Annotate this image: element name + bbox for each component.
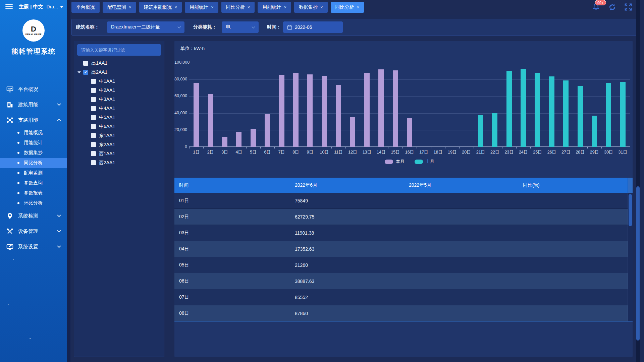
table-cell (404, 257, 518, 273)
table-scrollbar[interactable] (628, 178, 633, 321)
tree-node-东2AA1[interactable]: 东2AA1 (74, 140, 164, 149)
tree-node-中1AA1[interactable]: 中1AA1 (74, 77, 164, 86)
submenu-item-用能统计[interactable]: 用能统计 (0, 138, 67, 148)
tree-node-label: 中6AA1 (99, 124, 115, 130)
tab-用能统计[interactable]: 用能统计× (258, 2, 291, 13)
page-scrollbar-thumb[interactable] (636, 186, 640, 341)
chevron-up-icon (57, 119, 61, 122)
legend-item-上月[interactable]: 上月 (415, 159, 434, 165)
user-menu[interactable]: Dra... (47, 4, 63, 9)
x-axis-tick (218, 147, 218, 148)
checkbox-中6AA1[interactable] (91, 124, 96, 129)
tree-node-西1AA1[interactable]: 西1AA1 (74, 149, 164, 158)
checkbox-高2AA1[interactable]: ✓ (83, 70, 88, 75)
tab-平台概况[interactable]: 平台概况 (71, 2, 100, 13)
bullet-icon (17, 142, 19, 144)
x-axis-label: 1日 (189, 149, 203, 155)
checkbox-西2AA1[interactable] (91, 160, 96, 165)
table-scrollbar-thumb[interactable] (629, 194, 632, 226)
bar-本月-8日 (293, 73, 299, 147)
sidebar-item-系统设置[interactable]: 系统设置 (0, 239, 67, 254)
checkbox-中1AA1[interactable] (91, 79, 96, 84)
x-axis-tick (246, 147, 247, 148)
submenu-item-参数查询[interactable]: 参数查询 (0, 178, 67, 188)
checkbox-西1AA1[interactable] (91, 151, 96, 156)
legend-item-本月[interactable]: 本月 (385, 159, 405, 165)
tab-配电监测[interactable]: 配电监测× (103, 2, 136, 13)
tree-filter-input[interactable] (77, 44, 161, 56)
sidebar-item-平台概况[interactable]: 平台概况 (0, 81, 67, 97)
tab-close-icon[interactable]: × (211, 5, 214, 10)
submenu-item-参数报表[interactable]: 参数报表 (0, 188, 67, 198)
tab-close-icon[interactable]: × (357, 5, 360, 10)
x-axis-label: 31日 (616, 149, 630, 155)
tab-close-icon[interactable]: × (129, 5, 131, 10)
tree-node-西2AA1[interactable]: 西2AA1 (74, 158, 164, 167)
submenu-item-用能概况[interactable]: 用能概况 (0, 128, 67, 138)
checkbox-中3AA1[interactable] (91, 97, 96, 102)
expand-triangle-icon[interactable] (77, 71, 81, 73)
table-cell (404, 273, 518, 289)
submenu-item-同比分析[interactable]: 同比分析 (0, 158, 67, 168)
fullscreen-icon[interactable] (623, 2, 633, 12)
y-axis-label: 20,000 (174, 127, 187, 132)
tab-close-icon[interactable]: × (175, 5, 177, 10)
sidebar-item-系统检测[interactable]: 系统检测 (0, 208, 67, 224)
tab-close-icon[interactable]: × (248, 5, 250, 10)
checkbox-中2AA1[interactable] (91, 88, 96, 93)
tab-strip: 平台概况配电监测×建筑用能概况×用能统计×同比分析×用能统计×数据集抄×同比分析… (71, 2, 364, 13)
checkbox-中5AA1[interactable] (91, 115, 96, 120)
x-axis-label: 20日 (459, 149, 473, 155)
building-select[interactable]: DraexImaier一二级计量 (107, 21, 184, 33)
bar-本月-6日 (265, 114, 270, 147)
page-scrollbar[interactable] (636, 0, 640, 362)
tree-node-中6AA1[interactable]: 中6AA1 (74, 122, 164, 131)
tab-同比分析[interactable]: 同比分析× (221, 2, 255, 13)
notification-bell-icon[interactable]: 99+ (591, 2, 601, 12)
tree-node-中4AA1[interactable]: 中4AA1 (74, 104, 164, 113)
checkbox-中4AA1[interactable] (91, 106, 96, 111)
x-axis-tick (232, 147, 232, 148)
chart-legend: 本月上月 (189, 159, 630, 165)
sidebar-item-建筑用能[interactable]: 建筑用能 (0, 97, 67, 112)
tab-close-icon[interactable]: × (320, 5, 323, 10)
tree-node-中3AA1[interactable]: 中3AA1 (74, 95, 164, 104)
gridline (189, 79, 630, 80)
x-axis-label: 16日 (402, 149, 417, 155)
theme-language-switch[interactable]: 主题 | 中文 (19, 4, 43, 10)
checkbox-东1AA1[interactable] (91, 133, 96, 138)
tab-同比分析[interactable]: 同比分析× (331, 2, 364, 13)
submenu-item-label: 配电监测 (24, 170, 43, 176)
tab-用能统计[interactable]: 用能统计× (185, 2, 218, 13)
hamburger-menu-icon[interactable] (5, 3, 13, 10)
submenu-item-配电监测[interactable]: 配电监测 (0, 168, 67, 178)
submenu-item-环比分析[interactable]: 环比分析 (0, 198, 67, 208)
time-picker[interactable]: 2022-06 (283, 21, 343, 33)
sidebar-item-设备管理[interactable]: 设备管理 (0, 224, 67, 239)
sidebar-item-label: 系统设置 (18, 244, 38, 250)
table-cell (404, 289, 518, 305)
tree-node-高1AA1[interactable]: 高1AA1 (74, 59, 164, 68)
table-row: 08日87860 (174, 305, 628, 321)
pin-icon (6, 212, 13, 220)
checkbox-高1AA1[interactable] (83, 61, 88, 66)
legend-label: 上月 (426, 159, 434, 165)
tab-数据集抄[interactable]: 数据集抄× (294, 2, 328, 13)
tab-label: 建筑用能概况 (144, 4, 172, 10)
refresh-icon[interactable] (607, 2, 617, 12)
tab-建筑用能概况[interactable]: 建筑用能概况× (139, 2, 182, 13)
tree-node-中5AA1[interactable]: 中5AA1 (74, 113, 164, 122)
x-axis-label: 10日 (317, 149, 331, 155)
submenu-item-数据集抄[interactable]: 数据集抄 (0, 148, 67, 158)
sidebar-item-支路用能[interactable]: 支路用能 (0, 112, 67, 128)
table-row: 05日21260 (174, 257, 628, 273)
tree-node-高2AA1[interactable]: ✓高2AA1 (74, 68, 164, 77)
table-bottom-border (174, 321, 633, 322)
tree-node-中2AA1[interactable]: 中2AA1 (74, 86, 164, 95)
energy-type-select[interactable]: 电 (222, 21, 259, 33)
tab-close-icon[interactable]: × (284, 5, 286, 10)
table-cell: 02日 (174, 209, 290, 225)
checkbox-东2AA1[interactable] (91, 142, 96, 147)
tree-node-东1AA1[interactable]: 东1AA1 (74, 131, 164, 140)
monitor-icon (6, 85, 13, 93)
